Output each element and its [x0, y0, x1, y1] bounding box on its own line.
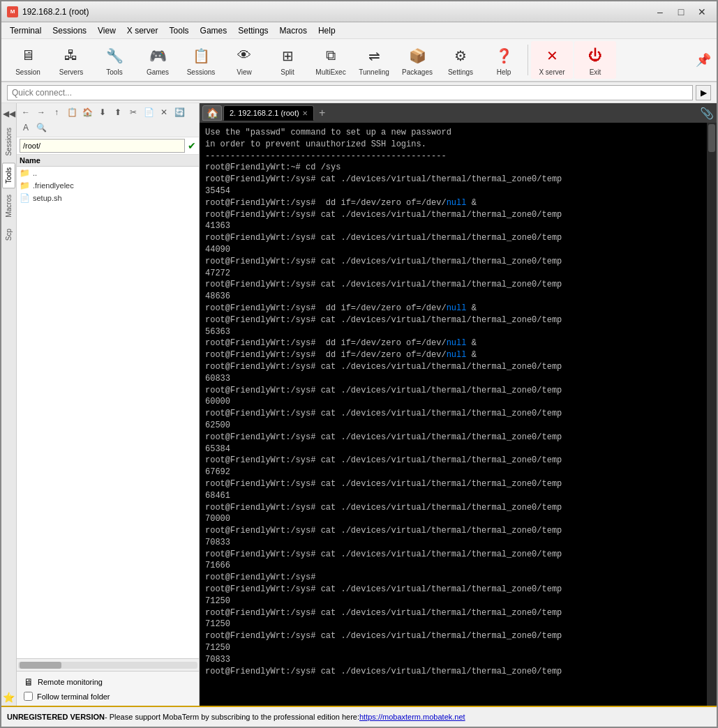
side-tab-tools[interactable]: Tools — [2, 162, 15, 188]
term-line-35: 70833 — [205, 537, 701, 549]
status-link[interactable]: https://mobaxterm.mobatek.net — [359, 713, 465, 721]
term-line-26: root@FriendlyWrt:/sys# cat ./devices/vir… — [205, 432, 701, 443]
nav-up-btn[interactable]: ↑ — [50, 105, 63, 119]
terminal-output[interactable]: Use the "passwd" command to set up a new… — [200, 123, 707, 706]
nav-forward-btn[interactable]: → — [34, 105, 48, 119]
terminal-scrollbar-thumb[interactable] — [708, 124, 715, 152]
packages-icon: 📦 — [406, 45, 428, 67]
folder-icon-dotdot: 📁 — [20, 168, 30, 178]
maximize-button[interactable]: □ — [672, 4, 690, 20]
remote-monitoring-btn[interactable]: 🖥 Remote monitoring — [21, 674, 195, 690]
file-row-dotdot[interactable]: 📁 .. — [17, 167, 199, 179]
status-bar: UNREGISTERED VERSION - Please support Mo… — [1, 706, 717, 727]
app-icon: M — [7, 6, 18, 17]
remote-monitoring-icon: 🖥 — [24, 676, 33, 688]
tab-item-1[interactable]: 2. 192.168.2.1 (root) ✕ — [223, 105, 314, 121]
follow-terminal-folder-checkbox[interactable] — [24, 692, 33, 701]
term-line-5: 35454 — [205, 185, 701, 197]
term-line-18: root@FriendlyWrt:/sys# dd if=/dev/zero o… — [205, 338, 701, 349]
nav-upload-btn[interactable]: ⬆ — [111, 105, 125, 119]
term-line-7: root@FriendlyWrt:/sys# cat ./devices/vir… — [205, 209, 701, 221]
unregistered-text: UNREGISTERED VERSION — [7, 713, 105, 721]
menu-macros[interactable]: Macros — [274, 24, 313, 37]
toolbar-games[interactable]: 🎮 Games — [137, 41, 179, 79]
file-row-friendlyelec[interactable]: 📁 .friendlyelec — [17, 179, 199, 192]
menu-xserver[interactable]: X server — [121, 24, 164, 37]
toolbar-view[interactable]: 👁 View — [223, 41, 265, 79]
exit-icon: ⏻ — [584, 45, 606, 67]
term-line-11: root@FriendlyWrt:/sys# cat ./devices/vir… — [205, 256, 701, 268]
toolbar-servers[interactable]: 🖧 Servers — [50, 41, 92, 79]
side-collapse-btn[interactable]: ◀◀ — [1, 106, 17, 121]
terminal-wrapper: Use the "passwd" command to set up a new… — [200, 123, 717, 706]
nav-home-btn[interactable]: 🏠 — [80, 105, 94, 119]
nav-cut-btn[interactable]: ✂ — [126, 105, 140, 119]
nav-back-btn[interactable]: ← — [19, 105, 33, 119]
toolbar-split[interactable]: ⊞ Split — [267, 41, 308, 79]
nav-refresh-btn[interactable]: 🔄 — [172, 105, 186, 119]
file-scrollbar[interactable] — [17, 658, 199, 671]
split-icon: ⊞ — [276, 45, 299, 67]
nav-clipboard-btn[interactable]: 📋 — [65, 105, 79, 119]
title-bar: M 192.168.2.1 (root) – □ ✕ — [1, 1, 717, 22]
side-star-icon[interactable]: ⭐ — [1, 689, 16, 706]
menu-sessions[interactable]: Sessions — [47, 24, 92, 37]
close-button[interactable]: ✕ — [693, 4, 711, 20]
toolbar-settings[interactable]: ⚙ Settings — [440, 41, 481, 79]
toolbar-session[interactable]: 🖥 Session — [7, 41, 49, 79]
menu-games[interactable]: Games — [195, 24, 233, 37]
tab-home-btn[interactable]: 🏠 — [202, 105, 222, 121]
pin-icon[interactable]: 📌 — [696, 52, 711, 68]
quick-connect-input[interactable] — [7, 85, 693, 100]
nav-search-btn[interactable]: 🔍 — [34, 121, 48, 135]
toolbar-exit[interactable]: ⏻ Exit — [574, 41, 616, 79]
side-tab-scp[interactable]: Scp — [2, 224, 15, 245]
term-line-17: 56363 — [205, 326, 701, 338]
toolbar-packages[interactable]: 📦 Packages — [396, 41, 438, 79]
toolbar-help[interactable]: ❓ Help — [483, 41, 525, 79]
tab-attach-icon[interactable]: 📎 — [700, 107, 714, 120]
nav-download-btn[interactable]: ⬇ — [96, 105, 110, 119]
side-tab-sessions[interactable]: Sessions — [2, 123, 15, 161]
toolbar-tools[interactable]: 🔧 Tools — [94, 41, 135, 79]
menu-tools[interactable]: Tools — [164, 24, 195, 37]
term-line-12: 47272 — [205, 268, 701, 280]
toolbar-tunneling[interactable]: ⇌ Tunneling — [353, 41, 395, 79]
term-line-0: Use the "passwd" command to set up a new… — [205, 127, 701, 139]
file-bottom-panel: 🖥 Remote monitoring Follow terminal fold… — [17, 671, 199, 706]
term-line-32: root@FriendlyWrt:/sys# cat ./devices/vir… — [205, 502, 701, 514]
menu-help[interactable]: Help — [313, 24, 341, 37]
term-line-15: root@FriendlyWrt:/sys# dd if=/dev/zero o… — [205, 303, 701, 314]
sessions-icon: 📋 — [190, 45, 212, 67]
quick-connect-button[interactable]: ▶ — [696, 85, 711, 100]
term-line-25: 62500 — [205, 420, 701, 432]
term-line-2: ----------------------------------------… — [205, 151, 701, 162]
toolbar-sessions[interactable]: 📋 Sessions — [180, 41, 222, 79]
nav-rename-btn[interactable]: A — [19, 121, 33, 135]
tab-close-1[interactable]: ✕ — [302, 109, 308, 117]
menu-view[interactable]: View — [92, 24, 121, 37]
file-row-setup[interactable]: 📄 setup.sh — [17, 192, 199, 204]
side-tab-macros[interactable]: Macros — [2, 190, 15, 222]
term-line-3: root@FriendlyWrt:~# cd /sys — [205, 162, 701, 174]
help-icon: ❓ — [493, 45, 515, 67]
games-icon: 🎮 — [147, 45, 169, 67]
toolbar-xserver[interactable]: ✕ X server — [531, 41, 573, 79]
term-line-40: 71250 — [205, 596, 701, 607]
menu-terminal[interactable]: Terminal — [4, 24, 47, 37]
terminal-vscrollbar[interactable] — [707, 123, 717, 706]
path-bar: ✔ — [17, 137, 199, 155]
toolbar-multiexec[interactable]: ⧉ MultiExec — [310, 41, 352, 79]
menu-settings[interactable]: Settings — [232, 24, 274, 37]
term-line-37: 71666 — [205, 560, 701, 572]
term-line-6: root@FriendlyWrt:/sys# dd if=/dev/zero o… — [205, 197, 701, 209]
tab-add-btn[interactable]: + — [315, 106, 329, 120]
nav-delete-btn[interactable]: ✕ — [157, 105, 171, 119]
path-input[interactable] — [20, 139, 185, 153]
minimize-button[interactable]: – — [651, 4, 669, 20]
term-line-33: 70000 — [205, 513, 701, 525]
remote-monitoring-label: Remote monitoring — [38, 678, 103, 686]
nav-copy-btn[interactable]: 📄 — [142, 105, 156, 119]
file-scrollbar-thumb[interactable] — [20, 662, 61, 669]
file-name-dotdot: .. — [33, 169, 37, 177]
